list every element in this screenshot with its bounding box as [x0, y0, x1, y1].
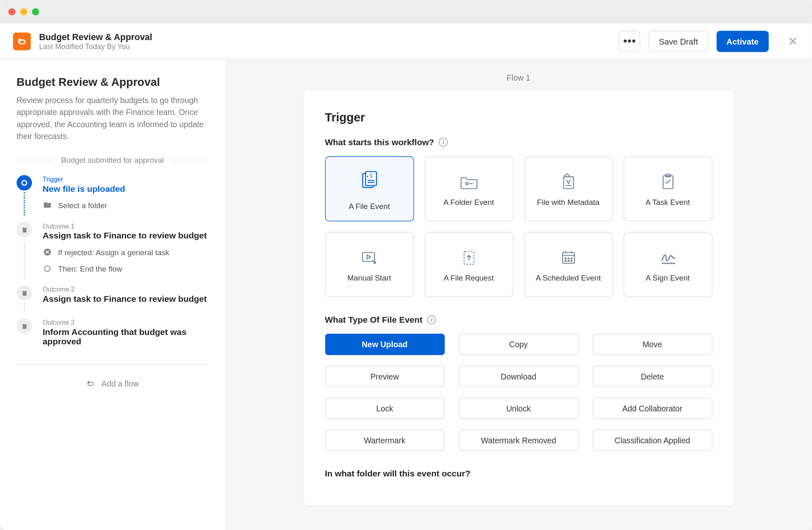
title-block: Budget Review & Approval Last Modified T…	[39, 31, 153, 50]
step-label: Outcome 2	[43, 286, 208, 293]
flow-label: Flow 1	[225, 59, 812, 91]
svg-rect-0	[23, 227, 26, 232]
step-label: Trigger	[43, 176, 208, 183]
circle-icon	[43, 264, 52, 273]
trigger-grid: A File Event A Folder Event File with Me…	[325, 156, 712, 297]
info-icon[interactable]: i	[427, 315, 436, 324]
step-label: Outcome 1	[43, 222, 208, 229]
folder-icon	[43, 201, 52, 210]
event-preview[interactable]: Preview	[325, 366, 444, 387]
svg-point-31	[571, 260, 572, 261]
event-classification[interactable]: Classification Applied	[593, 430, 712, 451]
svg-rect-5	[23, 290, 25, 291]
step-label: Outcome 3	[43, 319, 208, 326]
app-logo	[13, 32, 31, 50]
step-outcome-2[interactable]: Outcome 2 Assign task to Finance to revi…	[17, 285, 209, 313]
add-flow-label: Add a flow	[102, 379, 139, 388]
manual-start-icon	[357, 247, 381, 267]
app-window: Budget Review & Approval Last Modified T…	[0, 0, 812, 530]
content-body: Budget Review & Approval Review process …	[0, 59, 812, 530]
svg-rect-7	[23, 323, 25, 324]
clipboard-icon	[17, 222, 32, 238]
svg-rect-6	[23, 323, 26, 329]
step-bullet-active	[17, 175, 32, 191]
event-watermark-removed[interactable]: Watermark Removed	[459, 430, 578, 451]
svg-point-30	[568, 260, 569, 261]
file-event-icon	[357, 171, 381, 191]
flow-icon	[86, 379, 95, 388]
task-event-icon	[656, 171, 680, 191]
sidebar-description: Review process for quarterly budgets to …	[17, 95, 209, 143]
svg-point-28	[571, 258, 572, 259]
steps-list: Trigger New file is uploaded Select a fo…	[17, 175, 209, 353]
calendar-icon	[556, 247, 580, 267]
trigger-file-request[interactable]: A File Request	[424, 232, 513, 297]
sign-icon	[656, 247, 680, 267]
flow-divider-label: Budget submitted for approval	[17, 156, 209, 165]
app-body: Budget Review & Approval Last Modified T…	[0, 24, 812, 530]
step-outcome-3[interactable]: Outcome 3 Inform Accounting that budget …	[17, 318, 209, 353]
trigger-sign-event[interactable]: A Sign Event	[623, 232, 712, 297]
svg-point-13	[465, 182, 468, 184]
trigger-card: Trigger What starts this workflow? i A F…	[304, 90, 734, 505]
info-icon[interactable]: i	[439, 137, 448, 146]
event-type-grid: New Upload Copy Move Preview Download De…	[325, 334, 712, 451]
step-title: Inform Accounting that budget was approv…	[43, 327, 208, 346]
step-title: New file is uploaded	[43, 184, 208, 193]
step-title: Assign task to Finance to review budget	[43, 294, 208, 303]
event-move[interactable]: Move	[593, 334, 712, 355]
svg-rect-4	[23, 290, 26, 296]
step-trigger[interactable]: Trigger New file is uploaded Select a fo…	[17, 175, 209, 217]
window-min-dot[interactable]	[20, 8, 27, 15]
event-new-upload[interactable]: New Upload	[325, 334, 444, 355]
trigger-scheduled[interactable]: A Scheduled Event	[524, 232, 613, 297]
workflow-subtitle: Last Modified Today By You	[39, 42, 153, 50]
metadata-icon	[556, 171, 580, 191]
close-panel-button[interactable]: ✕	[785, 31, 800, 50]
event-download[interactable]: Download	[459, 366, 578, 387]
svg-rect-9	[365, 172, 377, 186]
trigger-folder-event[interactable]: A Folder Event	[424, 156, 513, 221]
file-request-icon	[457, 247, 480, 267]
trigger-sub-text: Select a folder	[58, 201, 107, 210]
trigger-heading: Trigger	[325, 111, 712, 124]
trigger-subrow[interactable]: Select a folder	[43, 201, 208, 210]
window-close-dot[interactable]	[8, 8, 15, 15]
question-folder: In what folder will this event occur?	[325, 469, 712, 478]
svg-point-27	[568, 258, 569, 259]
window-max-dot[interactable]	[32, 8, 39, 15]
more-button[interactable]: •••	[619, 31, 641, 52]
event-delete[interactable]: Delete	[593, 366, 712, 387]
sidebar-title: Budget Review & Approval	[17, 76, 209, 89]
step-outcome-1[interactable]: Outcome 1 Assign task to Finance to revi…	[17, 222, 209, 281]
step-title: Assign task to Finance to review budget	[43, 231, 208, 240]
workflow-title: Budget Review & Approval	[39, 31, 153, 42]
x-circle-icon	[43, 247, 52, 257]
sidebar: Budget Review & Approval Review process …	[0, 59, 225, 530]
trigger-file-event[interactable]: A File Event	[325, 156, 414, 221]
activate-button[interactable]: Activate	[716, 31, 769, 52]
trigger-task-event[interactable]: A Task Event	[623, 156, 712, 221]
question-file-event-type: What Type Of File Event i	[325, 315, 712, 324]
event-lock[interactable]: Lock	[325, 398, 444, 419]
folder-event-icon	[457, 171, 480, 191]
clipboard-icon	[17, 318, 32, 334]
trigger-metadata[interactable]: File with Metadata	[524, 156, 613, 221]
event-copy[interactable]: Copy	[459, 334, 578, 355]
save-draft-button[interactable]: Save Draft	[649, 31, 708, 52]
event-add-collaborator[interactable]: Add Collaborator	[593, 398, 712, 419]
main-panel: Flow 1 Trigger What starts this workflow…	[225, 59, 812, 530]
outcome1-sub2: Then: End the flow	[43, 264, 208, 273]
svg-point-26	[565, 258, 566, 259]
svg-rect-19	[362, 252, 374, 261]
question-starts: What starts this workflow? i	[325, 137, 712, 147]
svg-point-3	[45, 266, 50, 272]
svg-rect-1	[23, 227, 25, 228]
add-flow-button[interactable]: Add a flow	[17, 375, 209, 388]
event-watermark[interactable]: Wartermark	[325, 430, 444, 451]
mac-titlebar	[0, 0, 812, 24]
outcome1-sub1: If rejected: Assign a general task	[43, 247, 208, 257]
trigger-manual-start[interactable]: Manual Start	[325, 232, 414, 297]
topbar: Budget Review & Approval Last Modified T…	[0, 24, 812, 59]
event-unlock[interactable]: Unlock	[459, 398, 578, 419]
